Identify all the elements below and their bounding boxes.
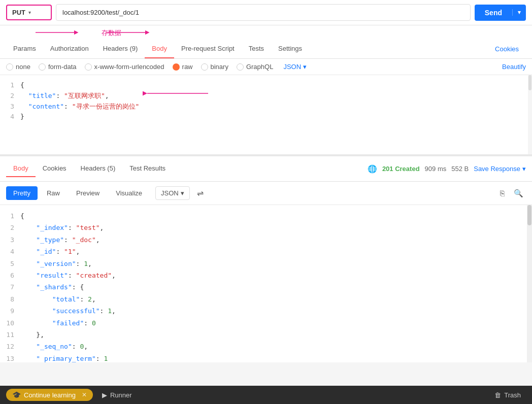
resp-tab-headers[interactable]: Headers (5) (74, 160, 123, 177)
resp-scrollbar-thumb (527, 205, 531, 225)
tab-settings[interactable]: Settings (271, 40, 309, 58)
send-button[interactable]: Send ▾ (475, 5, 526, 21)
pretty-tabs-row: Pretty Raw Preview Visualize JSON ▾ ⇌ ⎘ … (0, 182, 532, 205)
req-line-2: 2 "title": "互联网求职", (0, 91, 532, 102)
beautify-button[interactable]: Beautify (502, 63, 526, 71)
url-input-wrap (56, 4, 471, 21)
json-format-select[interactable]: JSON ▾ (283, 63, 307, 71)
pretty-tab-raw[interactable]: Raw (40, 186, 67, 200)
save-response-button[interactable]: Save Response ▾ (474, 165, 526, 173)
resp-tab-body[interactable]: Body (6, 160, 36, 177)
annotation-area: 存数据 (0, 25, 532, 40)
req-line-1: 1 { (0, 80, 532, 91)
radio-urlencoded-dot (85, 63, 92, 71)
request-tabs-row: Params Authorization Headers (9) Body Pr… (0, 40, 532, 59)
tab-params[interactable]: Params (6, 40, 43, 58)
resp-line-13: 13 " primary_term": 1 (0, 353, 532, 362)
resp-line-1: 1 { (0, 210, 532, 222)
resp-line-2: 2 "_index": "test", (0, 222, 532, 233)
send-dropdown-arrow[interactable]: ▾ (512, 9, 526, 16)
save-response-label: Save Response (474, 165, 520, 173)
response-size: 552 B (451, 165, 469, 173)
req-linenum-4: 4 (0, 112, 20, 122)
resp-line-6: 6 "result": "created", (0, 270, 532, 281)
tab-authorization[interactable]: Authorization (43, 40, 96, 58)
req-line-3: 3 "content": "寻求一份运营的岗位" (0, 102, 532, 112)
radio-raw[interactable]: raw (173, 63, 193, 71)
pretty-tab-preview[interactable]: Preview (69, 186, 107, 200)
globe-icon: 🌐 (368, 164, 377, 174)
pretty-tab-visualize[interactable]: Visualize (109, 186, 149, 200)
annotation-arrows (10, 25, 173, 40)
resp-tab-test-results[interactable]: Test Results (122, 160, 173, 177)
radio-binary[interactable]: binary (201, 63, 228, 71)
store-data-annotation: 存数据 (102, 28, 121, 38)
resp-json-arrow: ▾ (181, 189, 184, 197)
resp-line-11: 11 }, (0, 329, 532, 341)
radio-none[interactable]: none (6, 63, 30, 71)
radio-graphql[interactable]: GraphQL (237, 63, 273, 71)
tab-tests[interactable]: Tests (242, 40, 271, 58)
radio-form-data-dot (39, 63, 46, 71)
request-code-editor[interactable]: 1 { 2 "title": "互联网求职", 3 "content": "寻求… (0, 75, 532, 156)
tab-headers[interactable]: Headers (9) (96, 40, 145, 58)
radio-binary-label: binary (211, 63, 228, 71)
response-header: Body Cookies Headers (5) Test Results 🌐 … (0, 156, 532, 182)
filter-icon-button[interactable]: ⇌ (192, 186, 209, 200)
radio-urlencoded-label: x-www-form-urlencoded (94, 63, 164, 71)
resp-line-9: 9 "successful": 1, (0, 305, 532, 317)
response-status-area: 🌐 201 Created 909 ms 552 B Save Response… (368, 164, 526, 174)
save-response-arrow: ▾ (522, 165, 526, 173)
req-scrollbar-track (528, 75, 532, 154)
resp-json-format-select[interactable]: JSON ▾ (155, 186, 190, 200)
response-body[interactable]: 1 { 2 "_index": "test", 3 "_type": "_doc… (0, 205, 532, 362)
send-label: Send (475, 9, 512, 17)
response-icons: ⎘ 🔍 (497, 186, 526, 200)
radio-raw-label: raw (182, 63, 193, 71)
resp-scrollbar-track (527, 205, 532, 362)
radio-graphql-dot (237, 63, 244, 71)
tab-prerequest[interactable]: Pre-request Script (174, 40, 242, 58)
response-status: 201 Created (382, 165, 420, 173)
req-scrollbar-thumb (528, 75, 531, 90)
resp-json-label: JSON (161, 189, 179, 197)
req-linenum-3: 3 (0, 102, 20, 112)
search-button[interactable]: 🔍 (511, 186, 526, 200)
method-select[interactable]: PUT ▾ (6, 5, 52, 20)
resp-tab-cookies[interactable]: Cookies (36, 160, 74, 177)
radio-urlencoded[interactable]: x-www-form-urlencoded (85, 63, 164, 71)
resp-line-3: 3 "_type": "_doc", (0, 234, 532, 246)
radio-raw-dot (173, 63, 180, 71)
req-linenum-1: 1 (0, 80, 20, 91)
radio-graphql-label: GraphQL (246, 63, 273, 71)
copy-button[interactable]: ⎘ (497, 186, 507, 200)
json-format-label: JSON (283, 63, 301, 71)
resp-line-4: 4 "_id": "1", (0, 246, 532, 257)
resp-line-8: 8 "total": 2, (0, 293, 532, 305)
url-bar: PUT ▾ Send ▾ (0, 0, 532, 25)
req-line-4: 4 } (0, 112, 532, 122)
req-linenum-2: 2 (0, 91, 20, 102)
radio-none-label: none (16, 63, 30, 71)
resp-line-10: 10 "failed": 0 (0, 317, 532, 329)
cookies-link[interactable]: Cookies (488, 40, 526, 58)
url-input[interactable] (56, 4, 471, 21)
pretty-tab-pretty[interactable]: Pretty (6, 186, 38, 200)
radio-binary-dot (201, 63, 208, 71)
resp-line-12: 12 "_seq_no": 0, (0, 341, 532, 352)
radio-none-dot (6, 63, 13, 71)
radio-form-data-label: form-data (48, 63, 77, 71)
body-type-row: none form-data x-www-form-urlencoded raw… (0, 59, 532, 75)
resp-line-5: 5 "_version": 1, (0, 258, 532, 270)
response-time: 909 ms (425, 165, 447, 173)
method-label: PUT (12, 9, 25, 16)
resp-line-7: 7 "_shards": { (0, 281, 532, 293)
tab-body[interactable]: Body (145, 40, 174, 58)
radio-form-data[interactable]: form-data (39, 63, 77, 71)
json-format-arrow: ▾ (303, 63, 307, 71)
method-dropdown-arrow: ▾ (28, 10, 31, 15)
